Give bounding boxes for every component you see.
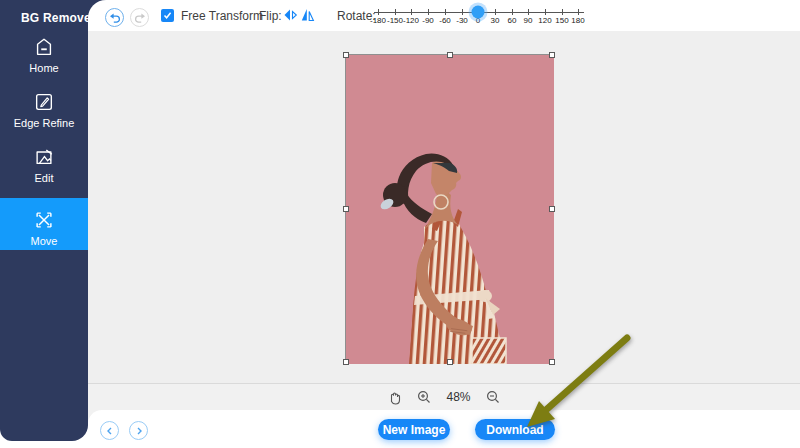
sidebar-item-label: Home [0,62,88,74]
rotate-slider-handle[interactable] [472,6,485,19]
edge-refine-icon [33,91,55,113]
next-image-button[interactable] [129,421,148,440]
pan-hand-button[interactable] [388,390,402,405]
undo-icon [109,12,121,24]
sidebar-item-label: Move [0,235,88,247]
zoom-out-button[interactable] [486,390,500,404]
sidebar-item-move[interactable]: Move [0,198,88,250]
sidebar-item-label: Edit [0,172,88,184]
download-button[interactable]: Download [475,419,555,440]
image-selection-frame[interactable] [345,54,553,363]
selection-handle-bottom-right[interactable] [549,359,555,365]
zoom-level-value: 48% [446,390,470,404]
selection-handle-top-right[interactable] [549,52,555,58]
free-transform-label: Free Transform [181,9,263,23]
flip-vertical-icon [301,8,315,22]
sidebar: BG Remover Home Edge Refine Edit [0,0,88,441]
redo-icon [134,12,146,24]
selection-handle-middle-right[interactable] [549,206,555,212]
hand-icon [388,390,402,405]
sidebar-item-label: Edge Refine [0,117,88,129]
flip-horizontal-icon [284,8,298,22]
bottom-bar: New Image Download [88,410,800,448]
app-title: BG Remover [21,11,96,25]
selection-handle-bottom-center[interactable] [447,359,453,365]
zoom-in-icon [417,390,431,404]
undo-button[interactable] [105,8,124,27]
check-icon [163,11,172,20]
sidebar-item-edge-refine[interactable]: Edge Refine [0,91,88,129]
editor-canvas[interactable] [88,31,800,383]
top-toolbar: Free Transform Flip: Rotate: [88,0,800,31]
flip-horizontal-button[interactable] [284,8,298,26]
rotate-slider[interactable]: -180 -150 -120 -90 -60 -30 0 30 60 90 12… [374,0,586,31]
zoom-in-button[interactable] [417,390,431,404]
flip-label: Flip: [259,9,282,23]
previous-image-button[interactable] [100,421,119,440]
selection-handle-top-left[interactable] [343,52,349,58]
selection-handle-bottom-left[interactable] [343,359,349,365]
bg-remover-app: Free Transform Flip: Rotate: [0,0,800,448]
new-image-button[interactable]: New Image [378,419,450,440]
chevron-left-icon [106,427,114,435]
app-logo: BG Remover [0,8,88,28]
move-icon [33,209,55,231]
sidebar-item-edit[interactable]: Edit [0,146,88,184]
selection-handle-middle-left[interactable] [343,206,349,212]
edit-image-icon [33,146,55,168]
flip-vertical-button[interactable] [301,8,315,26]
sidebar-item-home[interactable]: Home [0,36,88,74]
redo-button[interactable] [130,8,149,27]
zoom-out-icon [486,390,500,404]
chevron-right-icon [135,427,143,435]
home-icon [33,36,55,58]
free-transform-checkbox[interactable] [161,9,174,22]
zoom-toolbar: 48% [88,383,800,410]
subject-photo [346,55,554,364]
selection-handle-top-center[interactable] [447,52,453,58]
